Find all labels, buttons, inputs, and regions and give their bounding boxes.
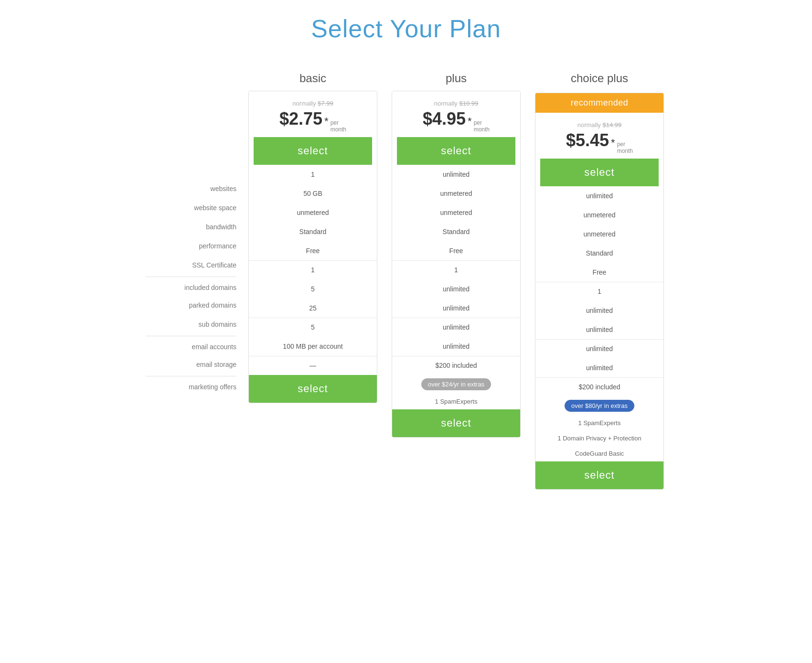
label-ssl: SSL Certificate: [146, 256, 236, 275]
label-website-space: website space: [146, 198, 236, 217]
plus-websites: unlimited: [392, 165, 520, 184]
plan-plus: plus normally $10.99 $4.95 * permonth se…: [389, 72, 523, 438]
choice-plus-included-domains: 1: [535, 282, 663, 301]
label-websites: websites: [146, 179, 236, 198]
basic-select-bottom[interactable]: select: [249, 375, 377, 403]
choice-plus-ssl: Free: [535, 263, 663, 282]
basic-original-price: $7.99: [318, 100, 333, 107]
choice-plus-email-storage: unlimited: [535, 358, 663, 377]
basic-normally: normally $7.99: [254, 100, 372, 107]
label-bandwidth: bandwidth: [146, 217, 236, 236]
plus-extras-badge-row: over $24/yr in extras: [392, 375, 520, 394]
plus-asterisk: *: [468, 115, 472, 128]
choice-plus-parked-domains: unlimited: [535, 301, 663, 320]
choice-plus-card: recommended normally $14.99 $5.45 * perm…: [535, 93, 664, 490]
plus-select-bottom[interactable]: select: [392, 409, 520, 437]
basic-websites: 1: [249, 165, 377, 184]
choice-plus-plan-name: choice plus: [571, 72, 628, 85]
plus-email-accounts: unlimited: [392, 318, 520, 337]
basic-price: $2.75: [279, 109, 322, 129]
basic-performance: Standard: [249, 222, 377, 241]
plus-plan-card: normally $10.99 $4.95 * permonth select …: [392, 91, 521, 438]
choice-plus-extras-badge-row: over $80/yr in extras: [535, 396, 663, 416]
plus-spam-experts: 1 SpamExperts: [392, 394, 520, 409]
basic-email-accounts: 5: [249, 318, 377, 337]
plus-ssl: Free: [392, 241, 520, 260]
plus-email-storage: unlimited: [392, 337, 520, 356]
basic-ssl: Free: [249, 241, 377, 260]
plus-extras-badge: over $24/yr in extras: [421, 378, 491, 390]
plus-sub-domains: unlimited: [392, 299, 520, 318]
label-marketing-offers: marketing offers: [146, 376, 236, 395]
basic-select-top[interactable]: select: [254, 137, 372, 165]
plus-price-row: $4.95 * permonth: [397, 109, 515, 133]
choice-plus-website-space: unmetered: [535, 205, 663, 225]
choice-plus-select-top[interactable]: select: [540, 159, 659, 186]
choice-plus-spam-experts: 1 SpamExperts: [535, 416, 663, 431]
choice-plus-sub-domains: unlimited: [535, 320, 663, 339]
plus-normally: normally $10.99: [397, 100, 515, 107]
basic-website-space: 50 GB: [249, 184, 377, 203]
basic-price-section: normally $7.99 $2.75 * permonth select: [249, 91, 377, 165]
plan-choice-plus: choice plus recommended normally $14.99 …: [533, 72, 666, 490]
plus-features: unlimited unmetered unmetered Standard F…: [392, 165, 520, 409]
basic-asterisk: *: [324, 115, 329, 128]
label-email-accounts: email accounts: [146, 336, 236, 355]
choice-plus-extras-badge: over $80/yr in extras: [565, 400, 634, 412]
basic-features: 1 50 GB unmetered Standard Free 1 5 25 5…: [249, 165, 377, 375]
plus-website-space: unmetered: [392, 184, 520, 203]
choice-plus-name-area: choice plus: [571, 72, 628, 87]
choice-plus-normally: normally $14.99: [540, 121, 659, 128]
plus-plan-name: plus: [446, 72, 467, 85]
choice-plus-select-bottom[interactable]: select: [535, 461, 663, 489]
plus-select-top[interactable]: select: [397, 137, 515, 165]
basic-marketing-offers: —: [249, 356, 377, 375]
choice-plus-marketing-offers: $200 included: [535, 377, 663, 396]
plus-included-domains: 1: [392, 260, 520, 279]
basic-price-row: $2.75 * permonth: [254, 109, 372, 133]
basic-plan-name: basic: [299, 72, 326, 85]
plus-parked-domains: unlimited: [392, 279, 520, 299]
choice-plus-websites: unlimited: [535, 186, 663, 205]
plus-marketing-offers: $200 included: [392, 356, 520, 375]
basic-sub-domains: 25: [249, 299, 377, 318]
choice-plus-codeguard: CodeGuard Basic: [535, 446, 663, 461]
choice-plus-price: $5.45: [566, 130, 609, 150]
label-included-domains: included domains: [146, 277, 236, 296]
basic-email-storage: 100 MB per account: [249, 337, 377, 356]
plan-basic: basic normally $7.99 $2.75 * permonth se…: [246, 72, 380, 403]
label-parked-domains: parked domains: [146, 296, 236, 315]
feature-labels: websites website space bandwidth perform…: [146, 72, 246, 395]
plans-wrapper: websites website space bandwidth perform…: [72, 72, 740, 490]
basic-parked-domains: 5: [249, 279, 377, 299]
label-performance: performance: [146, 236, 236, 256]
basic-plan-card: normally $7.99 $2.75 * permonth select 1…: [248, 91, 377, 403]
choice-plus-price-section: normally $14.99 $5.45 * permonth select: [535, 113, 663, 186]
choice-plus-original-price: $14.99: [602, 121, 621, 128]
choice-plus-features: unlimited unmetered unmetered Standard F…: [535, 186, 663, 461]
plus-price-section: normally $10.99 $4.95 * permonth select: [392, 91, 520, 165]
choice-plus-asterisk: *: [611, 137, 615, 149]
plus-bandwidth: unmetered: [392, 203, 520, 222]
page-title: Select Your Plan: [10, 14, 802, 43]
choice-plus-per: permonth: [617, 141, 633, 155]
choice-plus-performance: Standard: [535, 244, 663, 263]
label-email-storage: email storage: [146, 355, 236, 374]
plus-original-price: $10.99: [459, 100, 478, 107]
recommended-badge: recommended: [535, 93, 663, 113]
choice-plus-email-accounts: unlimited: [535, 339, 663, 358]
basic-per: permonth: [331, 119, 346, 133]
choice-plus-domain-privacy: 1 Domain Privacy + Protection: [535, 431, 663, 446]
plus-performance: Standard: [392, 222, 520, 241]
label-sub-domains: sub domains: [146, 315, 236, 334]
choice-plus-bandwidth: unmetered: [535, 225, 663, 244]
plus-per: permonth: [474, 119, 490, 133]
plus-price: $4.95: [423, 109, 466, 129]
basic-included-domains: 1: [249, 260, 377, 279]
basic-bandwidth: unmetered: [249, 203, 377, 222]
choice-plus-price-row: $5.45 * permonth: [540, 130, 659, 155]
